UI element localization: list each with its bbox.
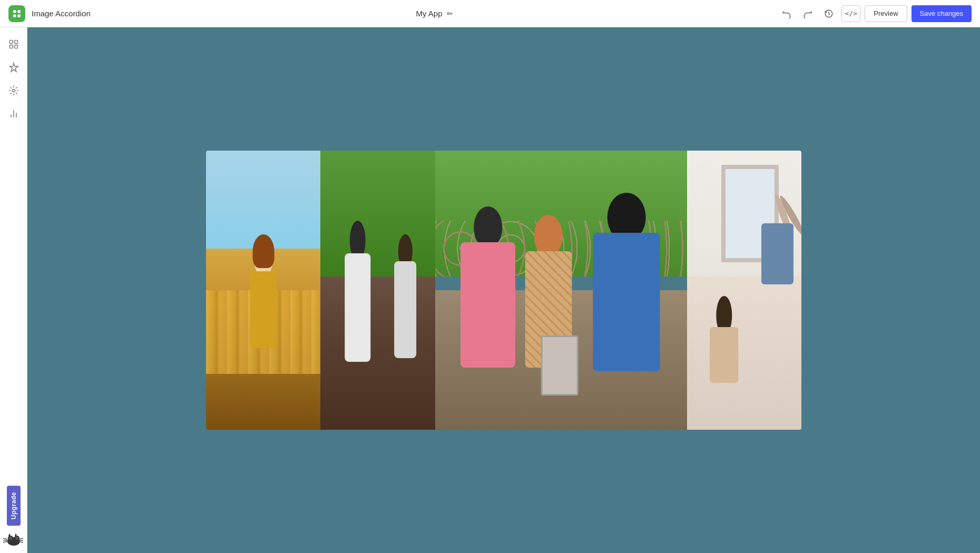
upgrade-button[interactable]: Upgrade: [7, 486, 21, 526]
page-title: Image Accordion: [32, 9, 91, 18]
redo-button[interactable]: [799, 5, 816, 22]
accordion-panel-3[interactable]: [435, 151, 687, 430]
sidebar-item-pages[interactable]: [3, 34, 24, 55]
undo-button[interactable]: [778, 5, 795, 22]
sidebar-item-settings[interactable]: [3, 80, 24, 101]
svg-rect-1: [18, 10, 21, 13]
sidebar-item-elements[interactable]: [3, 57, 24, 78]
app-logo: [8, 5, 25, 22]
preview-button[interactable]: Preview: [865, 5, 907, 22]
svg-rect-6: [14, 41, 17, 44]
svg-rect-3: [18, 14, 21, 17]
sidebar-item-analytics[interactable]: [3, 103, 24, 124]
header: Image Accordion My App ✏ </>: [0, 0, 980, 27]
sidebar: Upgrade: [0, 27, 27, 553]
history-button[interactable]: [820, 5, 837, 22]
accordion-panel-1[interactable]: [206, 151, 320, 430]
svg-point-9: [12, 90, 15, 92]
svg-rect-7: [9, 45, 13, 48]
main-layout: Upgrade: [0, 27, 980, 553]
header-actions: </> Preview Save changes: [778, 5, 972, 22]
svg-point-18: [9, 537, 12, 540]
accordion-panel-4[interactable]: [687, 151, 801, 430]
canvas-area: [27, 27, 980, 553]
svg-point-19: [15, 537, 18, 540]
svg-line-20: [19, 538, 23, 539]
code-button[interactable]: </>: [841, 5, 860, 22]
edit-app-name-icon[interactable]: ✏: [447, 9, 453, 18]
app-name-label: My App: [416, 9, 443, 18]
image-accordion: [206, 151, 801, 430]
svg-line-23: [3, 538, 7, 539]
header-center: My App ✏: [97, 9, 772, 18]
svg-marker-16: [8, 533, 11, 536]
accordion-panel-2[interactable]: [320, 151, 435, 430]
svg-marker-17: [15, 533, 17, 536]
sidebar-bottom: Upgrade: [3, 486, 24, 547]
svg-rect-2: [13, 14, 16, 17]
svg-rect-8: [14, 45, 17, 48]
save-button[interactable]: Save changes: [912, 5, 972, 22]
cat-icon: [3, 532, 24, 547]
svg-rect-5: [9, 41, 13, 44]
svg-rect-0: [13, 10, 16, 13]
svg-line-25: [3, 541, 7, 542]
